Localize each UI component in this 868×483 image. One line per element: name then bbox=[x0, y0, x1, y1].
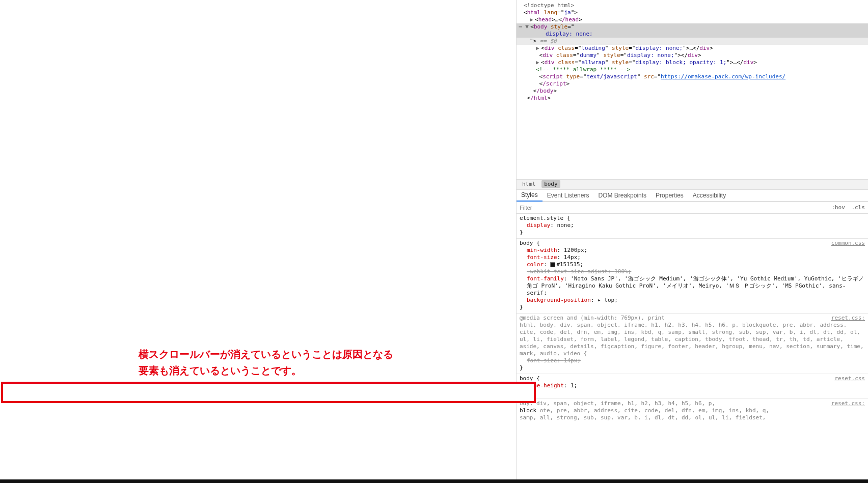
hov-toggle[interactable]: :hov bbox=[831, 204, 845, 211]
source-link-reset[interactable]: reset.css: bbox=[831, 315, 865, 322]
prop-color[interactable]: color: #151515; bbox=[520, 261, 865, 268]
rule-reset-bottom[interactable]: reset.css: ody, div, span, object, ifram… bbox=[517, 399, 868, 423]
annotation-line-1: 横スクロールバーが消えているということは原因となる bbox=[139, 346, 393, 362]
source-link-reset2[interactable]: reset.css bbox=[834, 375, 865, 382]
prop-line-height[interactable]: line-height: 1; bbox=[520, 382, 865, 389]
dom-allwrap[interactable]: ▶<div class="allwrap" style="display: bl… bbox=[517, 59, 868, 66]
tab-properties[interactable]: Properties bbox=[651, 190, 688, 201]
rule-body-reset[interactable]: reset.css body { line-height: 1; } bbox=[517, 374, 868, 399]
tab-event-listeners[interactable]: Event Listeners bbox=[542, 190, 594, 201]
dom-loading[interactable]: ▶<div class="loading" style="display: no… bbox=[517, 45, 868, 52]
dom-comment[interactable]: <!-- ***** allwrap ***** --> bbox=[517, 66, 868, 73]
dom-html-open[interactable]: <html lang="ja"> bbox=[517, 9, 868, 16]
tab-accessibility[interactable]: Accessibility bbox=[688, 190, 730, 201]
dom-doctype[interactable]: <!doctype html> bbox=[517, 2, 868, 9]
highlight-box bbox=[1, 382, 536, 403]
prop-webkit[interactable]: -webkit-text-size-adjust: 100%; bbox=[520, 268, 865, 275]
breadcrumb-body[interactable]: body bbox=[541, 180, 560, 188]
taskbar[interactable] bbox=[0, 479, 868, 483]
source-link[interactable]: common.css bbox=[831, 240, 865, 247]
dom-body-close-attr[interactable]: "> == $0 bbox=[517, 38, 868, 45]
filter-bar: :hov .cls bbox=[517, 202, 868, 214]
annotation-line-2: 要素も消えているということです。 bbox=[139, 362, 393, 379]
tab-styles[interactable]: Styles bbox=[517, 189, 542, 202]
rule-body-common[interactable]: common.css body { min-width: 1200px; fon… bbox=[517, 239, 868, 314]
breadcrumb[interactable]: html body bbox=[517, 179, 868, 189]
prop-font-size-struck[interactable]: font-size: 14px; bbox=[520, 357, 865, 364]
prop-font-size[interactable]: font-size: 14px; bbox=[520, 254, 865, 261]
prop-display[interactable]: display: none; bbox=[520, 222, 865, 229]
breadcrumb-html[interactable]: html bbox=[520, 180, 538, 188]
dom-dummy[interactable]: <div class="dummy" style="display: none;… bbox=[517, 52, 868, 59]
selectors-list: html, body, div, span, object, iframe, h… bbox=[520, 322, 865, 357]
dom-body-open[interactable]: ⋯ ▼<body style=" bbox=[517, 23, 868, 31]
rule-reset-media[interactable]: reset.css: @media screen and (min-width:… bbox=[517, 314, 868, 374]
dom-body-close[interactable]: </body> bbox=[517, 88, 868, 95]
dom-script[interactable]: <script type="text/javascript" src="http… bbox=[517, 73, 868, 80]
elements-tree[interactable]: <!doctype html> <html lang="ja"> ▶<head>… bbox=[517, 0, 868, 179]
devtools-panel: <!doctype html> <html lang="ja"> ▶<head>… bbox=[516, 0, 868, 483]
dom-script-close[interactable]: </script> bbox=[517, 80, 868, 88]
styles-tabs: Styles Event Listeners DOM Breakpoints P… bbox=[517, 189, 868, 202]
rule-element-style[interactable]: element.style { display: none; } bbox=[517, 214, 868, 239]
dom-head[interactable]: ▶<head>…</head> bbox=[517, 16, 868, 23]
prop-bg-pos[interactable]: background-position: ▸ top; bbox=[520, 297, 865, 304]
annotation-text: 横スクロールバーが消えているということは原因となる 要素も消えているということで… bbox=[139, 346, 393, 379]
tab-dom-breakpoints[interactable]: DOM Breakpoints bbox=[593, 190, 651, 201]
source-link-reset3[interactable]: reset.css: bbox=[831, 400, 865, 407]
color-swatch[interactable] bbox=[550, 262, 555, 267]
prop-min-width[interactable]: min-width: 1200px; bbox=[520, 247, 865, 254]
cls-toggle[interactable]: .cls bbox=[852, 204, 865, 211]
prop-font-family[interactable]: font-family: 'Noto Sans JP', '游ゴシック Medi… bbox=[520, 275, 865, 297]
filter-input[interactable] bbox=[517, 203, 825, 212]
page-viewport: 横スクロールバーが消えているということは原因となる 要素も消えているということで… bbox=[0, 0, 516, 483]
dom-html-close[interactable]: </html> bbox=[517, 95, 868, 102]
styles-panel[interactable]: element.style { display: none; } common.… bbox=[517, 214, 868, 423]
dom-body-style[interactable]: display: none; bbox=[517, 31, 868, 38]
filter-options: :hov .cls bbox=[825, 204, 868, 211]
